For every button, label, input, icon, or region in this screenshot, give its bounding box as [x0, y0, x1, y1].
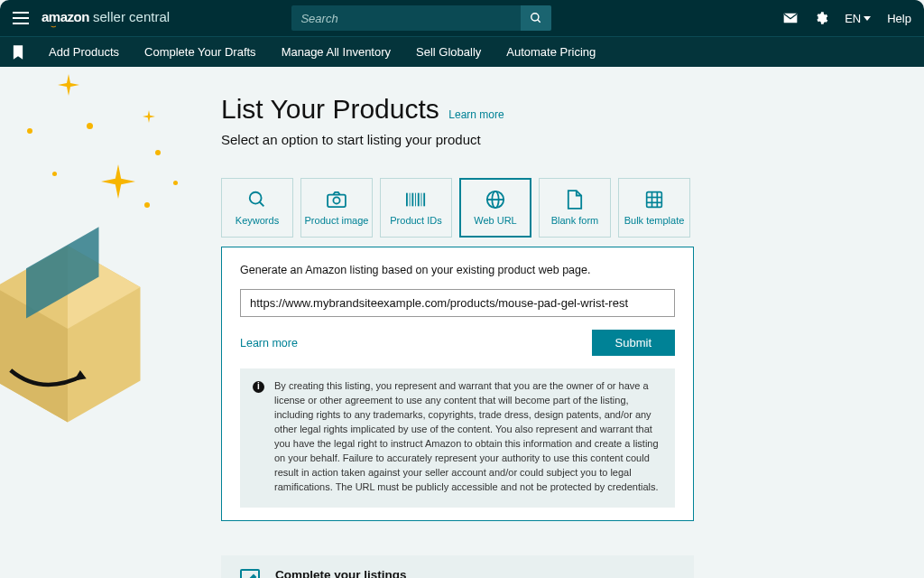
card-bulk-template[interactable]: Bulk template	[618, 178, 690, 238]
card-label: Web URL	[474, 215, 516, 226]
svg-rect-11	[406, 193, 408, 207]
card-label: Bulk template	[624, 215, 685, 226]
card-label: Product IDs	[390, 215, 441, 226]
nav-add-products[interactable]: Add Products	[49, 45, 119, 59]
package-illustration	[0, 211, 171, 446]
search-icon	[247, 190, 267, 210]
svg-rect-12	[410, 193, 411, 207]
card-product-ids[interactable]: Product IDs	[380, 178, 452, 238]
warning-text: By creating this listing, you represent …	[274, 380, 659, 492]
decorative-sidebar	[0, 67, 221, 578]
edit-icon	[239, 568, 261, 579]
nav-sell-globally[interactable]: Sell Globally	[416, 45, 481, 59]
svg-point-0	[531, 14, 539, 21]
gear-icon	[814, 11, 828, 25]
card-web-url[interactable]: Web URL	[459, 178, 531, 238]
language-selector[interactable]: EN	[845, 12, 871, 25]
logo-swoosh: ⌣	[51, 24, 170, 28]
logo[interactable]: amazon seller central ⌣	[42, 9, 170, 28]
messages-button[interactable]	[783, 13, 798, 23]
svg-rect-21	[647, 192, 662, 208]
card-label: Keywords	[236, 215, 279, 226]
url-input[interactable]	[240, 289, 675, 317]
svg-line-1	[538, 20, 541, 23]
svg-rect-16	[421, 193, 422, 207]
svg-rect-15	[418, 193, 420, 207]
card-keywords[interactable]: Keywords	[221, 178, 293, 238]
submit-button[interactable]: Submit	[592, 330, 675, 356]
svg-rect-14	[415, 193, 416, 207]
nav-manage-inventory[interactable]: Manage All Inventory	[282, 45, 391, 59]
camera-icon	[327, 191, 346, 208]
complete-listings-banner: Complete your listings You have unfinish…	[221, 555, 694, 579]
svg-line-8	[260, 202, 264, 207]
card-product-image[interactable]: Product image	[300, 178, 373, 238]
logo-seller-central: seller central	[93, 9, 170, 24]
help-link[interactable]: Help	[887, 12, 911, 25]
page-subtitle: Select an option to start listing your p…	[221, 132, 897, 147]
info-icon: i	[253, 381, 264, 393]
learn-more-link[interactable]: Learn more	[240, 337, 298, 350]
logo-amazon: amazon	[42, 9, 89, 24]
svg-point-10	[333, 197, 339, 203]
search-button[interactable]	[521, 5, 551, 31]
globe-icon	[485, 190, 505, 210]
svg-rect-17	[423, 193, 425, 207]
card-blank-form[interactable]: Blank form	[539, 178, 611, 238]
svg-point-7	[250, 192, 262, 204]
card-label: Product image	[305, 215, 369, 226]
nav-automate-pricing[interactable]: Automate Pricing	[506, 45, 596, 59]
card-label: Blank form	[551, 215, 599, 226]
svg-rect-13	[411, 193, 413, 207]
legal-warning: i By creating this listing, you represen…	[240, 368, 675, 508]
chevron-down-icon	[864, 16, 871, 21]
search-box	[291, 5, 551, 31]
search-input[interactable]	[291, 12, 521, 25]
banner-title: Complete your listings	[275, 568, 548, 579]
page-title: List Your Products	[221, 94, 439, 124]
web-url-panel: Generate an Amazon listing based on your…	[221, 247, 694, 521]
language-label: EN	[845, 12, 861, 25]
bookmark-icon[interactable]	[13, 45, 23, 60]
learn-more-link-top[interactable]: Learn more	[448, 108, 504, 121]
settings-button[interactable]	[814, 11, 828, 25]
nav-complete-drafts[interactable]: Complete Your Drafts	[144, 45, 256, 59]
menu-button[interactable]	[13, 12, 29, 24]
search-icon	[530, 12, 542, 24]
barcode-icon	[406, 192, 426, 207]
mail-icon	[783, 13, 798, 23]
panel-intro: Generate an Amazon listing based on your…	[240, 264, 675, 276]
grid-icon	[645, 191, 663, 209]
file-icon	[567, 190, 583, 210]
